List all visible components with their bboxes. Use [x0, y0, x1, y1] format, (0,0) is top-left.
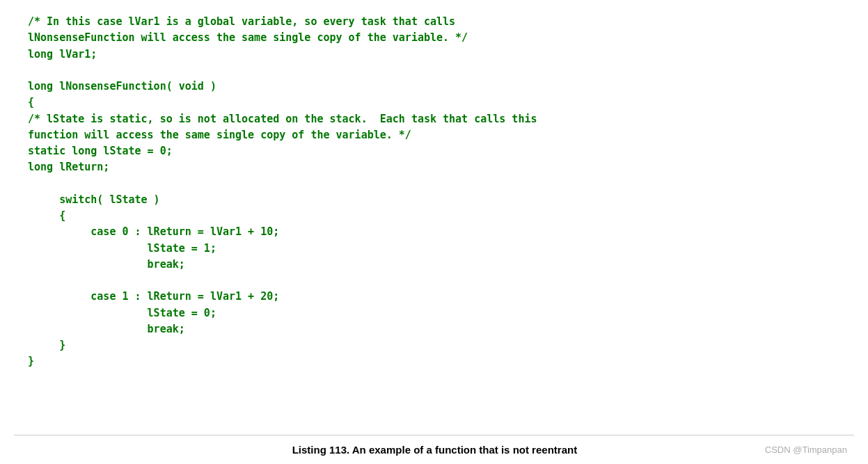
caption-bar: Listing 113. An example of a function th…: [0, 435, 868, 464]
code-container: /* In this case lVar1 is a global variab…: [0, 0, 868, 435]
caption-text: Listing 113. An example of a function th…: [104, 444, 765, 456]
watermark-text: CSDN @Timpanpan: [765, 445, 847, 455]
code-block: /* In this case lVar1 is a global variab…: [28, 14, 840, 370]
